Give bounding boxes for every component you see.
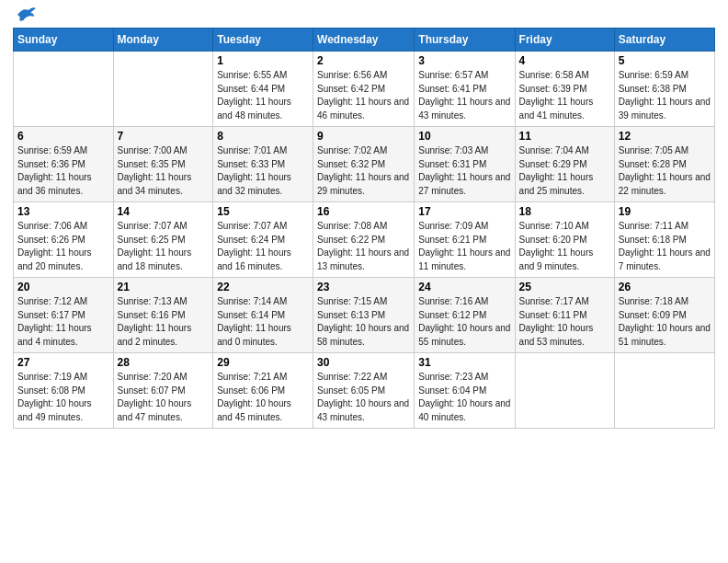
calendar-cell: 27 Sunrise: 7:19 AM Sunset: 6:08 PM Dayl…	[14, 353, 114, 429]
calendar-cell: 29 Sunrise: 7:21 AM Sunset: 6:06 PM Dayl…	[213, 353, 313, 429]
day-number: 31	[418, 356, 510, 369]
day-number: 26	[619, 281, 711, 293]
day-info: Sunrise: 7:01 AM Sunset: 6:33 PM Dayligh…	[217, 144, 309, 198]
day-number: 2	[317, 54, 410, 67]
calendar-cell: 3 Sunrise: 6:57 AM Sunset: 6:41 PM Dayli…	[415, 52, 515, 127]
calendar-cell: 21 Sunrise: 7:13 AM Sunset: 6:16 PM Dayl…	[113, 278, 213, 353]
day-info: Sunrise: 6:56 AM Sunset: 6:42 PM Dayligh…	[317, 69, 410, 122]
weekday-header-friday: Friday	[515, 29, 614, 52]
calendar-cell: 17 Sunrise: 7:09 AM Sunset: 6:21 PM Dayl…	[415, 202, 515, 278]
calendar-cell: 13 Sunrise: 7:06 AM Sunset: 6:26 PM Dayl…	[14, 202, 114, 278]
weekday-header-saturday: Saturday	[614, 29, 714, 52]
calendar-cell: 18 Sunrise: 7:10 AM Sunset: 6:20 PM Dayl…	[515, 202, 614, 278]
day-info: Sunrise: 7:13 AM Sunset: 6:16 PM Dayligh…	[118, 295, 210, 349]
day-number: 20	[17, 281, 109, 293]
calendar-week-5: 27 Sunrise: 7:19 AM Sunset: 6:08 PM Dayl…	[14, 353, 715, 429]
calendar-cell	[14, 52, 114, 127]
day-number: 25	[519, 281, 610, 293]
calendar-cell: 2 Sunrise: 6:56 AM Sunset: 6:42 PM Dayli…	[313, 52, 415, 127]
day-info: Sunrise: 6:59 AM Sunset: 6:36 PM Dayligh…	[17, 144, 109, 198]
day-info: Sunrise: 7:17 AM Sunset: 6:11 PM Dayligh…	[519, 295, 610, 349]
day-info: Sunrise: 7:07 AM Sunset: 6:25 PM Dayligh…	[118, 220, 210, 273]
day-number: 24	[418, 281, 510, 293]
day-number: 19	[619, 205, 711, 218]
day-number: 22	[217, 281, 309, 293]
day-number: 17	[418, 205, 510, 218]
calendar-cell: 10 Sunrise: 7:03 AM Sunset: 6:31 PM Dayl…	[415, 127, 515, 202]
day-number: 4	[519, 54, 610, 67]
calendar-cell	[515, 353, 614, 429]
calendar-cell: 6 Sunrise: 6:59 AM Sunset: 6:36 PM Dayli…	[14, 127, 114, 202]
day-info: Sunrise: 7:04 AM Sunset: 6:29 PM Dayligh…	[519, 144, 610, 198]
calendar-cell: 20 Sunrise: 7:12 AM Sunset: 6:17 PM Dayl…	[14, 278, 114, 353]
day-number: 13	[17, 205, 109, 218]
calendar-table: SundayMondayTuesdayWednesdayThursdayFrid…	[13, 28, 715, 429]
day-number: 18	[519, 205, 610, 218]
calendar-cell: 1 Sunrise: 6:55 AM Sunset: 6:44 PM Dayli…	[213, 52, 313, 127]
day-number: 21	[118, 281, 210, 293]
weekday-header-thursday: Thursday	[415, 29, 515, 52]
logo-bird-icon	[16, 6, 36, 22]
day-number: 9	[317, 130, 410, 143]
calendar-cell: 28 Sunrise: 7:20 AM Sunset: 6:07 PM Dayl…	[113, 353, 213, 429]
day-info: Sunrise: 7:21 AM Sunset: 6:06 PM Dayligh…	[217, 371, 309, 424]
calendar-cell: 9 Sunrise: 7:02 AM Sunset: 6:32 PM Dayli…	[313, 127, 415, 202]
day-info: Sunrise: 7:14 AM Sunset: 6:14 PM Dayligh…	[217, 295, 309, 349]
day-info: Sunrise: 7:20 AM Sunset: 6:07 PM Dayligh…	[118, 371, 210, 424]
day-number: 10	[418, 130, 510, 143]
calendar-cell: 15 Sunrise: 7:07 AM Sunset: 6:24 PM Dayl…	[213, 202, 313, 278]
calendar-cell: 8 Sunrise: 7:01 AM Sunset: 6:33 PM Dayli…	[213, 127, 313, 202]
day-info: Sunrise: 6:55 AM Sunset: 6:44 PM Dayligh…	[217, 69, 309, 122]
day-info: Sunrise: 7:09 AM Sunset: 6:21 PM Dayligh…	[418, 220, 510, 273]
day-info: Sunrise: 7:16 AM Sunset: 6:12 PM Dayligh…	[418, 295, 510, 349]
calendar-cell: 7 Sunrise: 7:00 AM Sunset: 6:35 PM Dayli…	[113, 127, 213, 202]
day-number: 3	[418, 54, 510, 67]
day-info: Sunrise: 7:19 AM Sunset: 6:08 PM Dayligh…	[17, 371, 109, 424]
day-info: Sunrise: 7:06 AM Sunset: 6:26 PM Dayligh…	[17, 220, 109, 273]
calendar-cell: 4 Sunrise: 6:58 AM Sunset: 6:39 PM Dayli…	[515, 52, 614, 127]
weekday-header-tuesday: Tuesday	[213, 29, 313, 52]
calendar-week-4: 20 Sunrise: 7:12 AM Sunset: 6:17 PM Dayl…	[14, 278, 715, 353]
day-number: 8	[217, 130, 309, 143]
calendar-cell: 30 Sunrise: 7:22 AM Sunset: 6:05 PM Dayl…	[313, 353, 415, 429]
day-number: 12	[619, 130, 711, 143]
day-info: Sunrise: 7:02 AM Sunset: 6:32 PM Dayligh…	[317, 144, 410, 198]
day-number: 30	[317, 356, 410, 369]
day-info: Sunrise: 7:15 AM Sunset: 6:13 PM Dayligh…	[317, 295, 410, 349]
calendar-cell: 31 Sunrise: 7:23 AM Sunset: 6:04 PM Dayl…	[415, 353, 515, 429]
calendar-cell: 19 Sunrise: 7:11 AM Sunset: 6:18 PM Dayl…	[614, 202, 714, 278]
day-number: 29	[217, 356, 309, 369]
day-info: Sunrise: 7:08 AM Sunset: 6:22 PM Dayligh…	[317, 220, 410, 273]
weekday-header-wednesday: Wednesday	[313, 29, 415, 52]
day-info: Sunrise: 7:22 AM Sunset: 6:05 PM Dayligh…	[317, 371, 410, 424]
day-number: 7	[118, 130, 210, 143]
calendar-cell: 5 Sunrise: 6:59 AM Sunset: 6:38 PM Dayli…	[614, 52, 714, 127]
day-number: 11	[519, 130, 610, 143]
weekday-header-sunday: Sunday	[14, 29, 114, 52]
day-info: Sunrise: 7:00 AM Sunset: 6:35 PM Dayligh…	[118, 144, 210, 198]
calendar-cell: 16 Sunrise: 7:08 AM Sunset: 6:22 PM Dayl…	[313, 202, 415, 278]
header	[13, 9, 715, 22]
calendar-cell: 25 Sunrise: 7:17 AM Sunset: 6:11 PM Dayl…	[515, 278, 614, 353]
day-info: Sunrise: 7:18 AM Sunset: 6:09 PM Dayligh…	[619, 295, 711, 349]
logo	[13, 9, 36, 22]
calendar-week-1: 1 Sunrise: 6:55 AM Sunset: 6:44 PM Dayli…	[14, 52, 715, 127]
day-info: Sunrise: 7:07 AM Sunset: 6:24 PM Dayligh…	[217, 220, 309, 273]
calendar-week-3: 13 Sunrise: 7:06 AM Sunset: 6:26 PM Dayl…	[14, 202, 715, 278]
day-number: 23	[317, 281, 410, 293]
day-number: 5	[619, 54, 711, 67]
calendar-cell: 26 Sunrise: 7:18 AM Sunset: 6:09 PM Dayl…	[614, 278, 714, 353]
calendar-cell	[614, 353, 714, 429]
day-number: 15	[217, 205, 309, 218]
calendar-cell	[113, 52, 213, 127]
day-number: 1	[217, 54, 309, 67]
page-container: SundayMondayTuesdayWednesdayThursdayFrid…	[0, 0, 728, 436]
day-info: Sunrise: 7:03 AM Sunset: 6:31 PM Dayligh…	[418, 144, 510, 198]
day-info: Sunrise: 7:11 AM Sunset: 6:18 PM Dayligh…	[619, 220, 711, 273]
day-number: 14	[118, 205, 210, 218]
day-info: Sunrise: 6:59 AM Sunset: 6:38 PM Dayligh…	[619, 69, 711, 122]
calendar-week-2: 6 Sunrise: 6:59 AM Sunset: 6:36 PM Dayli…	[14, 127, 715, 202]
calendar-cell: 12 Sunrise: 7:05 AM Sunset: 6:28 PM Dayl…	[614, 127, 714, 202]
day-info: Sunrise: 6:57 AM Sunset: 6:41 PM Dayligh…	[418, 69, 510, 122]
day-info: Sunrise: 6:58 AM Sunset: 6:39 PM Dayligh…	[519, 69, 610, 122]
